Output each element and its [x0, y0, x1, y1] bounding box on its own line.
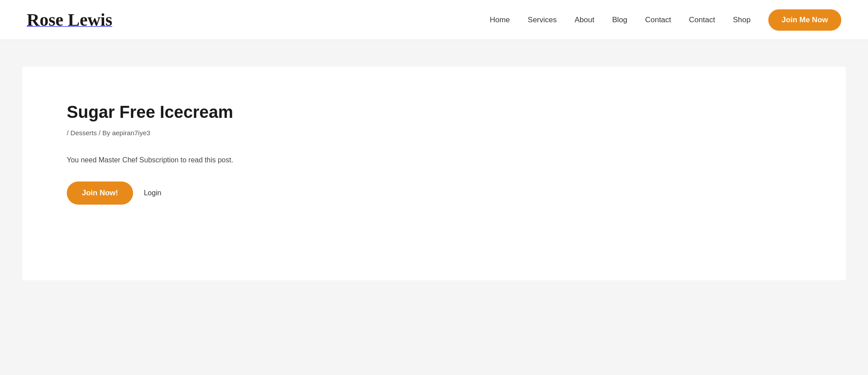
article-actions: Join Now! Login — [67, 181, 801, 205]
nav-link-contact-1[interactable]: Contact — [645, 16, 671, 24]
nav-link-about[interactable]: About — [575, 16, 594, 24]
main-nav: Home Services About Blog Contact Contact… — [490, 9, 841, 31]
login-link[interactable]: Login — [144, 189, 161, 197]
join-now-button[interactable]: Join Now! — [67, 181, 133, 205]
nav-link-shop[interactable]: Shop — [733, 16, 750, 24]
article-description: You need Master Chef Subscription to rea… — [67, 154, 801, 166]
nav-link-contact-2[interactable]: Contact — [689, 16, 715, 24]
article-card: Sugar Free Icecream / Desserts / By aepi… — [22, 67, 846, 280]
site-logo[interactable]: Rose Lewis — [27, 9, 112, 30]
nav-link-blog[interactable]: Blog — [612, 16, 627, 24]
site-header: Rose Lewis Home Services About Blog Cont… — [0, 0, 868, 40]
nav-link-services[interactable]: Services — [528, 16, 557, 24]
article-title: Sugar Free Icecream — [67, 102, 801, 123]
nav-link-home[interactable]: Home — [490, 16, 510, 24]
header-join-button[interactable]: Join Me Now — [768, 9, 841, 31]
article-meta: / Desserts / By aepiran7iye3 — [67, 129, 801, 137]
main-content: Sugar Free Icecream / Desserts / By aepi… — [0, 40, 868, 375]
